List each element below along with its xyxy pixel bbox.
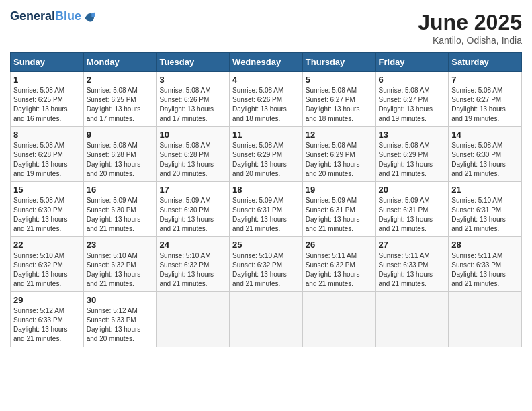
table-row: 17 Sunrise: 5:09 AMSunset: 6:30 PMDaylig… — [157, 182, 230, 237]
day-info: Sunrise: 5:11 AMSunset: 6:33 PMDaylight:… — [379, 251, 446, 289]
col-saturday: Saturday — [449, 53, 522, 72]
day-info: Sunrise: 5:08 AMSunset: 6:26 PMDaylight:… — [232, 86, 300, 124]
table-row: 16 Sunrise: 5:09 AMSunset: 6:30 PMDaylig… — [83, 182, 157, 237]
table-row: 6 Sunrise: 5:08 AMSunset: 6:27 PMDayligh… — [375, 72, 449, 127]
day-info: Sunrise: 5:08 AMSunset: 6:25 PMDaylight:… — [87, 86, 154, 124]
table-row: 21 Sunrise: 5:10 AMSunset: 6:31 PMDaylig… — [449, 182, 522, 237]
calendar-body: 1 Sunrise: 5:08 AMSunset: 6:25 PMDayligh… — [11, 72, 522, 347]
table-row: 22 Sunrise: 5:10 AMSunset: 6:32 PMDaylig… — [11, 237, 84, 292]
month-title: June 2025 — [418, 10, 522, 35]
col-monday: Monday — [83, 53, 157, 72]
location-subtitle: Kantilo, Odisha, India — [418, 35, 522, 46]
table-row: 20 Sunrise: 5:09 AMSunset: 6:31 PMDaylig… — [375, 182, 449, 237]
table-row: 14 Sunrise: 5:08 AMSunset: 6:30 PMDaylig… — [449, 127, 522, 182]
day-info: Sunrise: 5:08 AMSunset: 6:27 PMDaylight:… — [451, 86, 519, 124]
table-row: 23 Sunrise: 5:10 AMSunset: 6:32 PMDaylig… — [83, 237, 157, 292]
day-number: 28 — [451, 240, 519, 250]
table-row — [157, 292, 230, 347]
day-number: 27 — [379, 240, 446, 250]
table-row — [230, 292, 303, 347]
col-wednesday: Wednesday — [230, 53, 303, 72]
day-number: 1 — [13, 75, 81, 85]
day-info: Sunrise: 5:08 AMSunset: 6:30 PMDaylight:… — [451, 141, 519, 179]
table-row: 10 Sunrise: 5:08 AMSunset: 6:28 PMDaylig… — [157, 127, 230, 182]
day-number: 30 — [87, 295, 154, 305]
day-number: 13 — [379, 130, 446, 140]
day-info: Sunrise: 5:08 AMSunset: 6:30 PMDaylight:… — [13, 196, 81, 234]
day-info: Sunrise: 5:09 AMSunset: 6:31 PMDaylight:… — [379, 196, 446, 234]
table-row: 8 Sunrise: 5:08 AMSunset: 6:28 PMDayligh… — [11, 127, 84, 182]
calendar-row: 22 Sunrise: 5:10 AMSunset: 6:32 PMDaylig… — [11, 237, 522, 292]
table-row: 13 Sunrise: 5:08 AMSunset: 6:29 PMDaylig… — [375, 127, 449, 182]
day-info: Sunrise: 5:08 AMSunset: 6:28 PMDaylight:… — [13, 141, 81, 179]
day-number: 23 — [87, 240, 154, 250]
title-area: June 2025 Kantilo, Odisha, India — [418, 10, 522, 46]
day-number: 26 — [306, 240, 373, 250]
table-row: 7 Sunrise: 5:08 AMSunset: 6:27 PMDayligh… — [449, 72, 522, 127]
table-row: 18 Sunrise: 5:09 AMSunset: 6:31 PMDaylig… — [230, 182, 303, 237]
day-info: Sunrise: 5:12 AMSunset: 6:33 PMDaylight:… — [13, 306, 81, 344]
table-row: 3 Sunrise: 5:08 AMSunset: 6:26 PMDayligh… — [157, 72, 230, 127]
table-row: 12 Sunrise: 5:08 AMSunset: 6:29 PMDaylig… — [302, 127, 375, 182]
table-row: 15 Sunrise: 5:08 AMSunset: 6:30 PMDaylig… — [11, 182, 84, 237]
day-number: 17 — [159, 185, 226, 195]
table-row: 24 Sunrise: 5:10 AMSunset: 6:32 PMDaylig… — [157, 237, 230, 292]
table-row — [449, 292, 522, 347]
day-number: 21 — [451, 185, 519, 195]
day-number: 12 — [306, 130, 373, 140]
calendar-row: 8 Sunrise: 5:08 AMSunset: 6:28 PMDayligh… — [11, 127, 522, 182]
table-row: 5 Sunrise: 5:08 AMSunset: 6:27 PMDayligh… — [302, 72, 375, 127]
day-number: 29 — [13, 295, 81, 305]
logo-icon — [83, 10, 96, 24]
calendar-row: 15 Sunrise: 5:08 AMSunset: 6:30 PMDaylig… — [11, 182, 522, 237]
day-number: 18 — [232, 185, 300, 195]
logo-text: GeneralBlue — [10, 10, 81, 24]
day-info: Sunrise: 5:08 AMSunset: 6:29 PMDaylight:… — [379, 141, 446, 179]
day-number: 7 — [451, 75, 519, 85]
table-row — [375, 292, 449, 347]
calendar-row: 1 Sunrise: 5:08 AMSunset: 6:25 PMDayligh… — [11, 72, 522, 127]
day-number: 4 — [232, 75, 300, 85]
col-friday: Friday — [375, 53, 449, 72]
table-row: 26 Sunrise: 5:11 AMSunset: 6:32 PMDaylig… — [302, 237, 375, 292]
day-number: 11 — [232, 130, 300, 140]
day-number: 19 — [306, 185, 373, 195]
table-row — [302, 292, 375, 347]
col-thursday: Thursday — [302, 53, 375, 72]
day-number: 25 — [232, 240, 300, 250]
day-info: Sunrise: 5:08 AMSunset: 6:28 PMDaylight:… — [87, 141, 154, 179]
day-info: Sunrise: 5:10 AMSunset: 6:32 PMDaylight:… — [159, 251, 226, 289]
table-row: 1 Sunrise: 5:08 AMSunset: 6:25 PMDayligh… — [11, 72, 84, 127]
header: GeneralBlue June 2025 Kantilo, Odisha, I… — [10, 10, 522, 46]
day-number: 6 — [379, 75, 446, 85]
day-info: Sunrise: 5:08 AMSunset: 6:27 PMDaylight:… — [306, 86, 373, 124]
day-info: Sunrise: 5:08 AMSunset: 6:27 PMDaylight:… — [379, 86, 446, 124]
table-row: 4 Sunrise: 5:08 AMSunset: 6:26 PMDayligh… — [230, 72, 303, 127]
day-info: Sunrise: 5:11 AMSunset: 6:33 PMDaylight:… — [451, 251, 519, 289]
day-info: Sunrise: 5:10 AMSunset: 6:32 PMDaylight:… — [87, 251, 154, 289]
table-row: 25 Sunrise: 5:10 AMSunset: 6:32 PMDaylig… — [230, 237, 303, 292]
logo: GeneralBlue — [10, 10, 96, 24]
day-number: 16 — [87, 185, 154, 195]
day-number: 3 — [159, 75, 226, 85]
table-row: 19 Sunrise: 5:09 AMSunset: 6:31 PMDaylig… — [302, 182, 375, 237]
day-number: 20 — [379, 185, 446, 195]
day-info: Sunrise: 5:10 AMSunset: 6:32 PMDaylight:… — [232, 251, 300, 289]
day-number: 22 — [13, 240, 81, 250]
table-row: 30 Sunrise: 5:12 AMSunset: 6:33 PMDaylig… — [83, 292, 157, 347]
day-info: Sunrise: 5:10 AMSunset: 6:32 PMDaylight:… — [13, 251, 81, 289]
day-info: Sunrise: 5:08 AMSunset: 6:28 PMDaylight:… — [159, 141, 226, 179]
day-info: Sunrise: 5:09 AMSunset: 6:30 PMDaylight:… — [159, 196, 226, 234]
table-row: 27 Sunrise: 5:11 AMSunset: 6:33 PMDaylig… — [375, 237, 449, 292]
table-row: 11 Sunrise: 5:08 AMSunset: 6:29 PMDaylig… — [230, 127, 303, 182]
table-row: 9 Sunrise: 5:08 AMSunset: 6:28 PMDayligh… — [83, 127, 157, 182]
day-number: 15 — [13, 185, 81, 195]
calendar-row: 29 Sunrise: 5:12 AMSunset: 6:33 PMDaylig… — [11, 292, 522, 347]
day-number: 5 — [306, 75, 373, 85]
day-number: 8 — [13, 130, 81, 140]
calendar-header: Sunday Monday Tuesday Wednesday Thursday… — [11, 53, 522, 72]
day-number: 14 — [451, 130, 519, 140]
day-number: 2 — [87, 75, 154, 85]
table-row: 2 Sunrise: 5:08 AMSunset: 6:25 PMDayligh… — [83, 72, 157, 127]
table-row: 29 Sunrise: 5:12 AMSunset: 6:33 PMDaylig… — [11, 292, 84, 347]
